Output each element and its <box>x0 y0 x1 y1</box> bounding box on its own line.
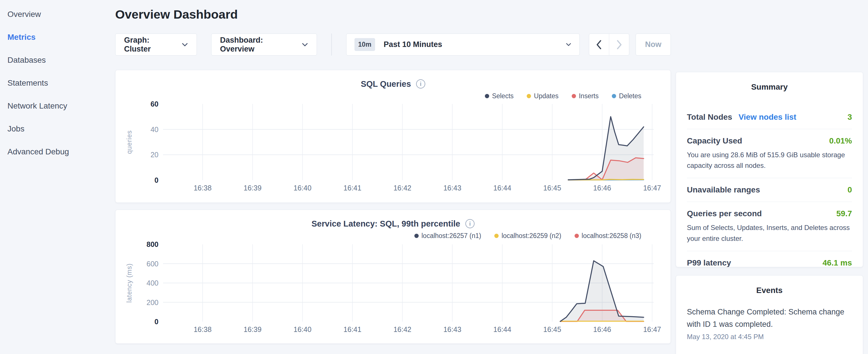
now-button-label: Now <box>645 40 661 49</box>
previous-timeframe-button[interactable] <box>589 34 609 55</box>
svg-text:0: 0 <box>154 176 158 184</box>
sidebar-item-statements[interactable]: Statements <box>0 72 115 95</box>
next-timeframe-button[interactable] <box>609 34 629 55</box>
summary-value: 59.7 <box>836 209 852 218</box>
sql-queries-chart[interactable]: 16:3816:3916:4016:4116:4216:4316:4416:45… <box>116 100 671 200</box>
legend-label: localhost:26258 (n3) <box>582 232 641 240</box>
summary-label: P99 latency <box>687 258 731 267</box>
svg-text:600: 600 <box>147 260 158 268</box>
legend-item[interactable]: Inserts <box>572 92 599 100</box>
svg-text:16:44: 16:44 <box>493 184 512 192</box>
service-latency-chart[interactable]: 16:3816:3916:4016:4116:4216:4316:4416:45… <box>116 240 671 341</box>
view-nodes-list-link[interactable]: View nodes list <box>739 112 796 122</box>
dashboard-select-dropdown[interactable]: Dashboard: Overview <box>211 33 317 56</box>
svg-text:16:42: 16:42 <box>394 184 411 192</box>
legend-label: Deletes <box>619 92 641 100</box>
summary-label: Total Nodes <box>687 112 732 122</box>
legend-item[interactable]: localhost:26258 (n3) <box>575 232 641 240</box>
chart-title: SQL Queries <box>361 79 411 89</box>
legend-dot-icon <box>612 94 616 98</box>
time-range-dropdown[interactable]: 10m Past 10 Minutes <box>346 33 580 56</box>
events-title: Events <box>687 286 852 295</box>
svg-text:16:38: 16:38 <box>194 325 212 333</box>
info-icon[interactable]: i <box>416 79 425 89</box>
summary-label: Unavailable ranges <box>687 185 760 194</box>
time-range-badge: 10m <box>354 38 375 51</box>
controls-divider <box>331 33 332 56</box>
svg-text:16:47: 16:47 <box>643 325 661 333</box>
summary-value: 3 <box>847 112 852 122</box>
chart-legend: localhost:26257 (n1)localhost:26259 (n2)… <box>116 231 671 240</box>
summary-panel: Summary Total Nodes View nodes list 3 Ca… <box>676 72 863 267</box>
svg-text:16:39: 16:39 <box>244 325 261 333</box>
svg-text:16:40: 16:40 <box>293 325 311 333</box>
legend-label: Inserts <box>579 92 599 100</box>
legend-dot-icon <box>527 94 531 98</box>
sql-queries-chart-card: SQL Queries i SelectsUpdatesInsertsDelet… <box>115 70 671 203</box>
graph-select-dropdown[interactable]: Graph: Cluster <box>115 33 197 56</box>
sidebar-item-jobs[interactable]: Jobs <box>0 118 115 140</box>
legend-label: Updates <box>534 92 559 100</box>
summary-description: Sum of Selects, Updates, Inserts, and De… <box>687 222 852 244</box>
svg-text:16:42: 16:42 <box>394 325 411 333</box>
svg-text:20: 20 <box>150 151 158 159</box>
legend-label: localhost:26257 (n1) <box>422 232 481 240</box>
summary-title: Summary <box>687 83 852 92</box>
svg-text:16:38: 16:38 <box>194 184 212 192</box>
sidebar-item-databases[interactable]: Databases <box>0 49 115 72</box>
svg-text:40: 40 <box>150 125 158 133</box>
svg-text:16:46: 16:46 <box>593 325 611 333</box>
svg-text:16:39: 16:39 <box>244 184 261 192</box>
chart-title: Service Latency: SQL, 99th percentile <box>311 219 460 229</box>
summary-row-unavailable-ranges: Unavailable ranges 0 <box>687 178 852 202</box>
dashboard-select-label: Dashboard: Overview <box>220 36 296 54</box>
legend-item[interactable]: Updates <box>527 92 559 100</box>
summary-description: You are using 28.6 MiB of 515.9 GiB usab… <box>687 150 852 171</box>
summary-value: 46.1 ms <box>823 258 852 267</box>
summary-label: Capacity Used <box>687 136 742 146</box>
right-sidebar: Summary Total Nodes View nodes list 3 Ca… <box>676 72 863 354</box>
main-content: Overview Dashboard Graph: Cluster Dashbo… <box>115 0 671 344</box>
events-panel: Events Schema Change Completed: Schema c… <box>676 275 863 354</box>
summary-label: Queries per second <box>687 209 762 218</box>
info-icon[interactable]: i <box>465 219 474 228</box>
svg-text:queries: queries <box>125 130 133 154</box>
legend-item[interactable]: localhost:26257 (n1) <box>414 232 481 240</box>
time-range-label: Past 10 Minutes <box>384 40 442 49</box>
page-title: Overview Dashboard <box>115 7 671 22</box>
svg-text:800: 800 <box>147 240 158 248</box>
svg-text:16:45: 16:45 <box>543 184 561 192</box>
summary-row-p99-latency: P99 latency 46.1 ms <box>687 251 852 267</box>
graph-select-label: Graph: Cluster <box>124 36 175 54</box>
sidebar-item-advanced-debug[interactable]: Advanced Debug <box>0 140 115 163</box>
summary-value: 0.01% <box>829 136 852 146</box>
sidebar-item-network-latency[interactable]: Network Latency <box>0 95 115 118</box>
summary-value: 0 <box>847 185 852 194</box>
svg-text:16:40: 16:40 <box>293 184 311 192</box>
legend-item[interactable]: Deletes <box>612 92 641 100</box>
controls-bar: Graph: Cluster Dashboard: Overview 10m P… <box>115 33 671 56</box>
legend-item[interactable]: localhost:26259 (n2) <box>494 232 561 240</box>
sidebar-item-metrics[interactable]: Metrics <box>0 26 115 49</box>
chart-legend: SelectsUpdatesInsertsDeletes <box>116 91 671 100</box>
svg-text:16:46: 16:46 <box>593 184 611 192</box>
summary-row-queries-per-second: Queries per second 59.7 Sum of Selects, … <box>687 202 852 251</box>
chevron-down-icon <box>566 43 571 46</box>
svg-text:200: 200 <box>147 298 158 307</box>
legend-dot-icon <box>572 94 576 98</box>
legend-label: localhost:26259 (n2) <box>501 232 561 240</box>
now-button[interactable]: Now <box>636 33 671 56</box>
legend-item[interactable]: Selects <box>485 92 514 100</box>
svg-text:latency (ms): latency (ms) <box>125 263 133 302</box>
sidebar: Overview Metrics Databases Statements Ne… <box>0 0 115 163</box>
service-latency-chart-card: Service Latency: SQL, 99th percentile i … <box>115 210 671 344</box>
legend-dot-icon <box>485 94 489 98</box>
sidebar-item-overview[interactable]: Overview <box>0 3 115 26</box>
event-timestamp: May 13, 2020 at 4:45 PM <box>687 333 852 341</box>
svg-text:16:43: 16:43 <box>443 184 461 192</box>
svg-text:16:41: 16:41 <box>344 184 362 192</box>
summary-row-total-nodes: Total Nodes View nodes list 3 <box>687 105 852 129</box>
svg-text:60: 60 <box>150 100 158 108</box>
event-message[interactable]: Schema Change Completed: Schema change w… <box>687 306 852 330</box>
summary-row-capacity-used: Capacity Used 0.01% You are using 28.6 M… <box>687 129 852 178</box>
